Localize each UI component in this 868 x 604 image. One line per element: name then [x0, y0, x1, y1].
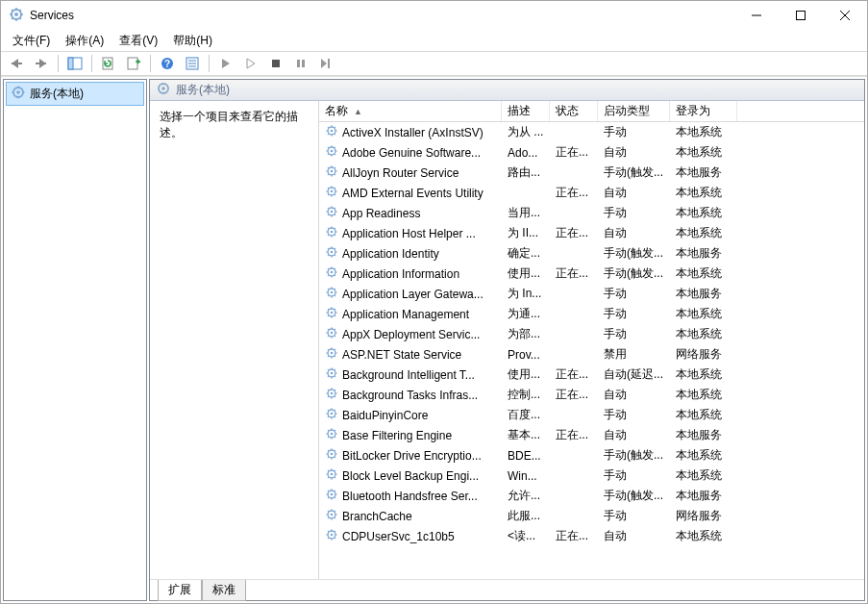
column-status[interactable]: 状态	[550, 101, 598, 121]
svg-line-115	[335, 275, 335, 276]
window-title: Services	[30, 9, 734, 22]
service-logon-cell: 本地系统	[670, 387, 737, 403]
svg-point-239	[331, 534, 334, 537]
tab-standard[interactable]: 标准	[202, 580, 246, 601]
service-logon-cell: 本地系统	[670, 225, 737, 241]
service-desc-cell: 允许...	[502, 488, 550, 504]
service-row[interactable]: AMD External Events Utility正在...自动本地系统	[319, 183, 864, 203]
tree-item-services-local[interactable]: 服务(本地)	[6, 82, 144, 106]
service-logon-cell: 本地服务	[670, 286, 737, 302]
menu-view[interactable]: 查看(V)	[112, 31, 165, 51]
service-name-cell: Application Information	[319, 265, 502, 282]
service-row[interactable]: Bluetooth Handsfree Ser...允许...手动(触发...本…	[319, 486, 864, 506]
service-gear-icon	[325, 205, 338, 221]
column-name[interactable]: 名称▲	[319, 101, 502, 121]
svg-point-169	[331, 392, 334, 395]
service-row[interactable]: ASP.NET State ServiceProv...禁用网络服务	[319, 344, 864, 365]
list-body[interactable]: ActiveX Installer (AxInstSV)为从 ...手动本地系统…	[319, 122, 864, 579]
service-logon-cell: 本地系统	[670, 205, 737, 221]
pause-button[interactable]	[289, 53, 312, 74]
nav-back-button[interactable]	[5, 53, 28, 74]
service-desc-cell: 为通...	[502, 306, 550, 322]
svg-line-6	[12, 10, 13, 12]
services-panel: 服务(本地) 选择一个项目来查看它的描述。 名称▲ 描述 状态 启动类型 登录为…	[149, 79, 865, 601]
service-row[interactable]: AppX Deployment Servic...为部...手动本地系统	[319, 324, 864, 344]
close-button[interactable]	[823, 1, 867, 30]
export-list-button[interactable]	[122, 53, 145, 74]
service-desc-cell: 为从 ...	[502, 124, 550, 140]
svg-line-8	[12, 17, 13, 19]
service-desc-cell: 为 In...	[502, 286, 550, 302]
tree-panel[interactable]: 服务(本地)	[3, 79, 147, 601]
service-row[interactable]: BranchCache此服...手动网络服务	[319, 506, 864, 526]
service-start-cell: 自动	[598, 144, 670, 161]
service-logon-cell: 本地系统	[670, 407, 737, 423]
service-name-cell: Adobe Genuine Software...	[319, 144, 502, 161]
service-desc-cell: 当用...	[502, 205, 550, 221]
svg-line-147	[335, 329, 335, 330]
service-row[interactable]: ActiveX Installer (AxInstSV)为从 ...手动本地系统	[319, 122, 864, 142]
menu-file[interactable]: 文件(F)	[5, 31, 58, 51]
menu-help[interactable]: 帮助(H)	[165, 31, 220, 51]
service-row[interactable]: App Readiness当用...手动本地系统	[319, 203, 864, 223]
service-status-cell: 正在...	[550, 427, 598, 443]
stop-service-button[interactable]	[264, 53, 287, 74]
service-row[interactable]: AllJoyn Router Service路由...手动(触发...本地服务	[319, 163, 864, 183]
svg-line-207	[335, 450, 335, 451]
service-row[interactable]: BaiduPinyinCore百度...手动本地系统	[319, 405, 864, 425]
service-row[interactable]: Background Intelligent T...使用...正在...自动(…	[319, 365, 864, 385]
service-desc-cell: Win...	[502, 469, 550, 483]
service-row[interactable]: BitLocker Drive Encryptio...BDE...手动(触发.…	[319, 445, 864, 466]
svg-line-114	[328, 268, 329, 269]
service-gear-icon	[325, 164, 338, 181]
service-desc-cell: <读...	[502, 528, 550, 544]
show-hide-tree-button[interactable]	[63, 53, 87, 74]
svg-line-127	[335, 289, 335, 289]
service-row[interactable]: Background Tasks Infras...控制...正在...自动本地…	[319, 385, 864, 405]
svg-line-215	[335, 477, 335, 478]
svg-line-155	[335, 356, 335, 357]
service-row[interactable]: Application Identity确定...手动(触发...本地服务	[319, 243, 864, 264]
service-row[interactable]: Application Information使用...正在...手动(触发..…	[319, 264, 864, 284]
svg-line-194	[328, 430, 329, 431]
pause-service-button[interactable]	[239, 53, 262, 74]
service-row[interactable]: Block Level Backup Engi...Win...手动本地系统	[319, 466, 864, 486]
restart-service-button[interactable]	[314, 53, 337, 74]
services-list: 名称▲ 描述 状态 启动类型 登录为 ActiveX Installer (Ax…	[318, 101, 864, 579]
svg-rect-19	[128, 58, 137, 69]
service-name-cell: Application Layer Gatewa...	[319, 286, 502, 302]
service-row[interactable]: Application Host Helper ...为 II...正在...自…	[319, 223, 864, 243]
svg-line-116	[328, 275, 329, 276]
service-desc-cell: 控制...	[502, 387, 550, 403]
column-startup-type[interactable]: 启动类型	[598, 101, 670, 121]
menu-action[interactable]: 操作(A)	[58, 31, 112, 51]
service-row[interactable]: Application Layer Gatewa...为 In...手动本地服务	[319, 284, 864, 304]
properties-button[interactable]	[181, 53, 204, 74]
svg-line-107	[335, 248, 335, 249]
svg-line-75	[335, 194, 335, 195]
maximize-button[interactable]	[779, 1, 823, 30]
service-row[interactable]: Application Management为通...手动本地系统	[319, 304, 864, 324]
nav-forward-button[interactable]	[30, 53, 53, 74]
refresh-button[interactable]	[97, 53, 120, 74]
svg-line-205	[335, 457, 335, 458]
svg-line-135	[335, 315, 335, 316]
service-gear-icon	[325, 326, 338, 342]
start-service-button[interactable]	[214, 53, 237, 74]
tab-extended[interactable]: 扩展	[158, 580, 202, 601]
service-name-cell: AppX Deployment Servic...	[319, 326, 502, 342]
service-row[interactable]: CDPUserSvc_1c10b5<读...正在...自动本地系统	[319, 526, 864, 546]
column-description[interactable]: 描述	[502, 101, 550, 121]
help-button[interactable]: ?	[156, 53, 179, 74]
svg-line-96	[328, 235, 329, 236]
svg-line-186	[328, 416, 329, 417]
service-gear-icon	[325, 346, 338, 363]
service-row[interactable]: Adobe Genuine Software...Ado...正在...自动本地…	[319, 142, 864, 163]
service-logon-cell: 本地系统	[670, 528, 737, 544]
svg-line-55	[335, 154, 335, 155]
svg-rect-17	[68, 58, 73, 69]
column-logon-as[interactable]: 登录为	[670, 101, 737, 121]
service-row[interactable]: Base Filtering Engine基本...正在...自动本地服务	[319, 425, 864, 445]
service-start-cell: 手动	[598, 306, 670, 322]
minimize-button[interactable]	[734, 1, 779, 30]
